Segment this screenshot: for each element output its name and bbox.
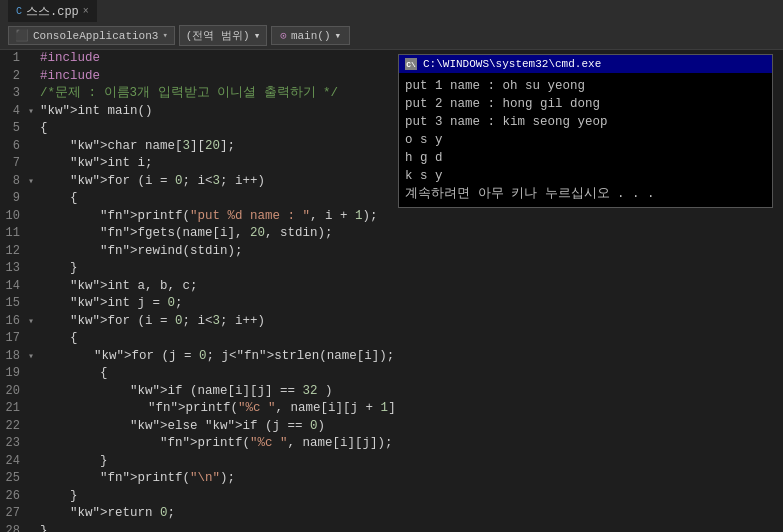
code-line: 6 "kw">char name[3][20]; [0,138,395,156]
code-line: 21 "fn">printf("%c ", name[i][j + 1]); [0,400,395,418]
code-line: 4▾"kw">int main() [0,103,395,121]
code-content: { [40,365,108,383]
line-number: 27 [0,505,28,523]
collapse-icon[interactable]: ▾ [28,173,40,191]
code-content: { [40,190,78,208]
function-icon: ⊙ [280,29,287,42]
line-number: 16 [0,313,28,331]
terminal-body: put 1 name : oh su yeongput 2 name : hon… [399,73,772,207]
line-number: 21 [0,400,28,418]
func-arrow-icon: ▾ [335,29,342,42]
code-content: "kw">for (j = 0; j<"fn">strlen(name[i]);… [34,348,395,366]
code-content: #include [40,68,108,86]
code-line: 26 } [0,488,395,506]
code-line: 24 } [0,453,395,471]
file-tab[interactable]: C 스스.cpp × [8,0,97,22]
code-content: /*문제 : 이름3개 입력받고 이니셜 출력하기 */ [40,85,338,103]
line-number: 14 [0,278,28,296]
code-content: "kw">int main() [40,103,153,121]
scope-arrow-icon: ▾ [254,29,261,42]
code-content: { [40,120,48,138]
line-number: 7 [0,155,28,173]
project-selector[interactable]: ⬛ ConsoleApplication3 ▾ [8,26,175,45]
terminal-line: h g d [405,149,766,167]
tab-filename: 스스.cpp [26,3,79,20]
code-line: 19 { [0,365,395,383]
terminal-line: k s y [405,167,766,185]
function-label: main() [291,30,331,42]
code-content: } [40,523,48,533]
toolbar: ⬛ ConsoleApplication3 ▾ (전역 범위) ▾ ⊙ main… [0,22,783,50]
code-line: 9 { [0,190,395,208]
line-number: 22 [0,418,28,436]
line-number: 19 [0,365,28,383]
code-content: "kw">int i; [40,155,153,173]
line-number: 2 [0,68,28,86]
line-number: 9 [0,190,28,208]
code-line: 5{ [0,120,395,138]
code-line: 27 "kw">return 0; [0,505,395,523]
code-content: "kw">else "kw">if (j == 0) [40,418,325,436]
code-line: 15 "kw">int j = 0; [0,295,395,313]
code-line: 18▾ "kw">for (j = 0; j<"fn">strlen(name[… [0,348,395,366]
code-line: 11 "fn">fgets(name[i], 20, stdin); [0,225,395,243]
code-content: "fn">printf("%c ", name[i][j]); [40,435,393,453]
code-line: 25 "fn">printf("\n"); [0,470,395,488]
code-line: 14 "kw">int a, b, c; [0,278,395,296]
terminal-icon-text: C\ [406,60,416,69]
code-content: "fn">fgets(name[i], 20, stdin); [40,225,333,243]
terminal-line: o s y [405,131,766,149]
code-line: 2#include [0,68,395,86]
line-number: 25 [0,470,28,488]
code-line: 22 "kw">else "kw">if (j == 0) [0,418,395,436]
collapse-icon[interactable]: ▾ [28,313,40,331]
code-line: 1#include [0,50,395,68]
line-number: 15 [0,295,28,313]
code-content: "kw">int j = 0; [40,295,183,313]
code-editor[interactable]: 1#include 2#include 3/*문제 : 이름3개 입력받고 이니… [0,50,395,532]
terminal-title: C:\WINDOWS\system32\cmd.exe [423,58,601,70]
line-number: 1 [0,50,28,68]
code-content: "kw">for (i = 0; i<3; i++) [40,173,265,191]
code-line: 23 "fn">printf("%c ", name[i][j]); [0,435,395,453]
code-line: 20 "kw">if (name[i][j] == 32 ) [0,383,395,401]
code-line: 3/*문제 : 이름3개 입력받고 이니셜 출력하기 */ [0,85,395,103]
code-content: } [40,453,108,471]
project-arrow-icon: ▾ [162,30,167,41]
code-line: 7 "kw">int i; [0,155,395,173]
line-number: 23 [0,435,28,453]
tab-close-button[interactable]: × [83,6,89,17]
collapse-icon[interactable]: ▾ [28,103,40,121]
terminal-line: put 2 name : hong gil dong [405,95,766,113]
main-content: 1#include 2#include 3/*문제 : 이름3개 입력받고 이니… [0,50,783,532]
code-content: "kw">for (i = 0; i<3; i++) [40,313,265,331]
line-number: 11 [0,225,28,243]
code-line: 10 "fn">printf("put %d name : ", i + 1); [0,208,395,226]
line-number: 8 [0,173,28,191]
function-selector[interactable]: ⊙ main() ▾ [271,26,350,45]
project-icon: ⬛ [15,29,29,42]
code-line: 28} [0,523,395,533]
line-number: 18 [0,348,28,366]
line-number: 4 [0,103,28,121]
scope-label: (전역 범위) [186,28,250,43]
terminal-line: put 3 name : kim seong yeop [405,113,766,131]
code-content: } [40,260,78,278]
code-line: 12 "fn">rewind(stdin); [0,243,395,261]
scope-selector[interactable]: (전역 범위) ▾ [179,25,267,46]
code-line: 17 { [0,330,395,348]
code-line: 13 } [0,260,395,278]
line-number: 24 [0,453,28,471]
code-content: "fn">rewind(stdin); [40,243,243,261]
line-number: 20 [0,383,28,401]
line-number: 28 [0,523,28,533]
toolbar-left: ⬛ ConsoleApplication3 ▾ (전역 범위) ▾ ⊙ main… [8,25,775,46]
code-content: "kw">if (name[i][j] == 32 ) [40,383,333,401]
project-name: ConsoleApplication3 [33,30,158,42]
code-line: 8▾ "kw">for (i = 0; i<3; i++) [0,173,395,191]
code-content: } [40,488,78,506]
code-content: "kw">return 0; [40,505,175,523]
line-number: 26 [0,488,28,506]
line-number: 6 [0,138,28,156]
terminal-icon: C\ [405,58,417,70]
